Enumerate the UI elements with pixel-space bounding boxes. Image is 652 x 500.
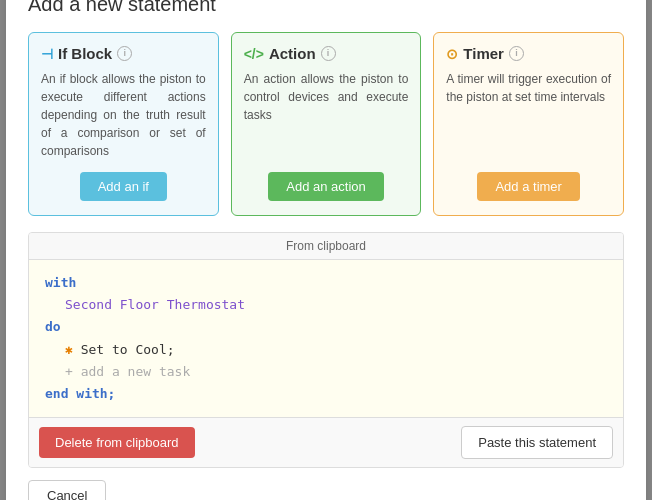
code-do-kw: do <box>45 319 61 334</box>
cards-row: ⊣ If Block i An if block allows the pist… <box>28 32 624 216</box>
clipboard-section: From clipboard with Second Floor Thermos… <box>28 232 624 468</box>
if-block-icon: ⊣ <box>41 46 53 62</box>
delete-clipboard-button[interactable]: Delete from clipboard <box>39 427 195 458</box>
modal-title: Add a new statement <box>28 0 624 16</box>
timer-header: ⊙ Timer i <box>446 45 611 62</box>
if-block-desc: An if block allows the piston to execute… <box>41 70 206 160</box>
code-with-kw: with <box>45 275 76 290</box>
timer-title: Timer <box>463 45 504 62</box>
action-card: </> Action i An action allows the piston… <box>231 32 422 216</box>
modal: × Add a new statement ⊣ If Block i An if… <box>6 0 646 500</box>
code-task: Set to Cool; <box>81 342 175 357</box>
code-line-1: with <box>45 272 607 294</box>
if-block-header: ⊣ If Block i <box>41 45 206 62</box>
timer-info-icon[interactable]: i <box>509 46 524 61</box>
timer-desc: A timer will trigger execution of the pi… <box>446 70 611 160</box>
add-action-button[interactable]: Add an action <box>268 172 384 201</box>
modal-footer: Cancel <box>28 480 624 500</box>
if-block-card: ⊣ If Block i An if block allows the pist… <box>28 32 219 216</box>
clipboard-label: From clipboard <box>29 233 623 260</box>
action-icon: </> <box>244 46 264 62</box>
close-button[interactable]: × <box>621 0 632 3</box>
code-line-5: + add a new task <box>45 361 607 383</box>
code-line-6: end with; <box>45 383 607 405</box>
code-hint: + add a new task <box>65 364 190 379</box>
if-block-title: If Block <box>58 45 112 62</box>
code-star: ✱ <box>65 342 73 357</box>
add-timer-button[interactable]: Add a timer <box>477 172 579 201</box>
clipboard-content: with Second Floor Thermostat do ✱ Set to… <box>29 260 623 417</box>
code-line-2: Second Floor Thermostat <box>45 294 607 316</box>
code-endwith-kw: end with; <box>45 386 115 401</box>
if-block-info-icon[interactable]: i <box>117 46 132 61</box>
code-line-4: ✱ Set to Cool; <box>45 339 607 361</box>
code-device: Second Floor Thermostat <box>65 297 245 312</box>
modal-overlay: × Add a new statement ⊣ If Block i An if… <box>0 0 652 500</box>
action-desc: An action allows the piston to control d… <box>244 70 409 160</box>
action-header: </> Action i <box>244 45 409 62</box>
cancel-button[interactable]: Cancel <box>28 480 106 500</box>
clipboard-actions: Delete from clipboard Paste this stateme… <box>29 417 623 467</box>
action-title: Action <box>269 45 316 62</box>
add-if-button[interactable]: Add an if <box>80 172 167 201</box>
paste-statement-button[interactable]: Paste this statement <box>461 426 613 459</box>
timer-icon: ⊙ <box>446 46 458 62</box>
code-line-3: do <box>45 316 607 338</box>
action-info-icon[interactable]: i <box>321 46 336 61</box>
timer-card: ⊙ Timer i A timer will trigger execution… <box>433 32 624 216</box>
